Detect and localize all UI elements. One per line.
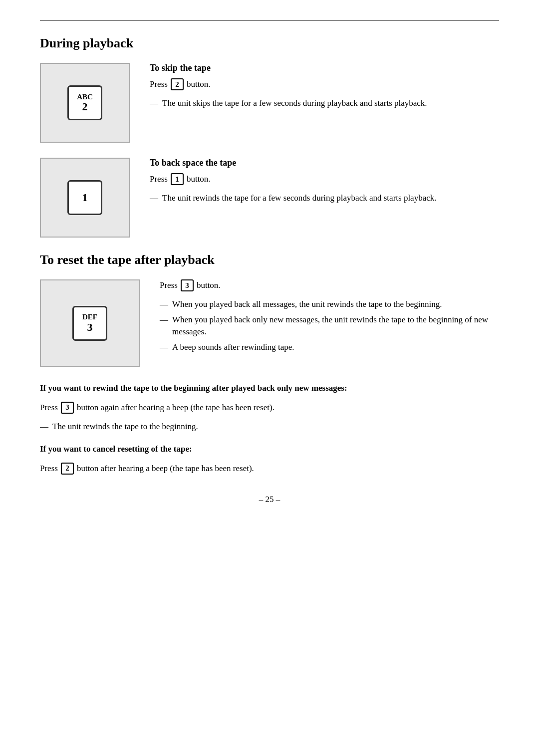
cancel-reset-press-line: Press 2 button after hearing a beep (the… [40,463,499,475]
reset-inline-button: 3 [181,279,194,291]
cancel-inline-button: 2 [61,463,74,475]
rewind-new-dash: The unit rewinds the tape to the beginni… [40,421,499,433]
rewind-new-press-label: Press [40,403,58,413]
skip-tape-bullets: The unit skips the tape for a few second… [150,97,499,110]
back-bullet-1: The unit rewinds the tape for a few seco… [150,192,499,205]
button-1-inner: 1 [67,180,102,215]
rewind-new-press-line: Press 3 button again after hearing a bee… [40,402,499,414]
back-space-content: To back space the tape Press 1 button. T… [150,158,499,208]
back-space-subtitle: To back space the tape [150,158,499,168]
button-1-image: 1 [40,158,130,238]
reset-tape-section: To reset the tape after playback DEF 3 P… [40,252,499,475]
button-2-number: 2 [82,101,88,113]
back-space-press-line: Press 1 button. [150,173,499,185]
skip-tape-subtitle: To skip the tape [150,63,499,73]
button-2-letters: ABC [77,93,93,101]
reset-bullet-1: When you played back all messages, the u… [160,298,499,311]
button-3-letters: DEF [82,313,97,321]
rewind-new-bold: If you want to rewind the tape to the be… [40,382,499,395]
reset-bullet-3: A beep sounds after rewinding tape. [160,341,499,354]
reset-press-suffix: button. [197,280,221,290]
top-border [40,20,499,21]
skip-press-label: Press [150,79,168,89]
back-space-bullets: The unit rewinds the tape for a few seco… [150,192,499,205]
reset-tape-content: Press 3 button. When you played back all… [160,279,499,357]
reset-tape-main: DEF 3 Press 3 button. When you played ba… [40,279,499,367]
rewind-new-press-suffix: button again after hearing a beep (the t… [77,403,274,413]
during-playback-section: During playback ABC 2 To skip the tape P… [40,36,499,238]
cancel-press-suffix: button after hearing a beep (the tape ha… [77,464,254,474]
skip-press-suffix: button. [187,79,211,89]
during-playback-title: During playback [40,36,499,51]
skip-tape-content: To skip the tape Press 2 button. The uni… [150,63,499,113]
button-2-inner: ABC 2 [67,85,102,120]
button-2-image: ABC 2 [40,63,130,143]
back-space-subsection: 1 To back space the tape Press 1 button.… [40,158,499,238]
button-3-image: DEF 3 [40,279,140,367]
skip-inline-button: 2 [171,78,184,90]
page-number: – 25 – [40,495,499,504]
rewind-new-inline-button: 3 [61,402,74,414]
back-press-suffix: button. [187,174,211,184]
button-1-number: 1 [82,192,88,204]
skip-tape-press-line: Press 2 button. [150,78,499,90]
reset-tape-bullets: When you played back all messages, the u… [160,298,499,354]
reset-tape-title: To reset the tape after playback [40,252,499,267]
back-inline-button: 1 [171,173,184,185]
cancel-reset-bold: If you want to cancel resetting of the t… [40,443,499,456]
cancel-reset-section: If you want to cancel resetting of the t… [40,443,499,475]
reset-press-label: Press [160,280,178,290]
cancel-press-label: Press [40,464,58,474]
skip-bullet-1: The unit skips the tape for a few second… [150,97,499,110]
button-3-inner: DEF 3 [72,306,107,341]
reset-bullet-2: When you played back only new messages, … [160,314,499,338]
back-press-label: Press [150,174,168,184]
rewind-new-section: If you want to rewind the tape to the be… [40,382,499,433]
skip-tape-subsection: ABC 2 To skip the tape Press 2 button. T… [40,63,499,143]
reset-press-line: Press 3 button. [160,279,499,291]
button-3-number: 3 [87,321,93,333]
